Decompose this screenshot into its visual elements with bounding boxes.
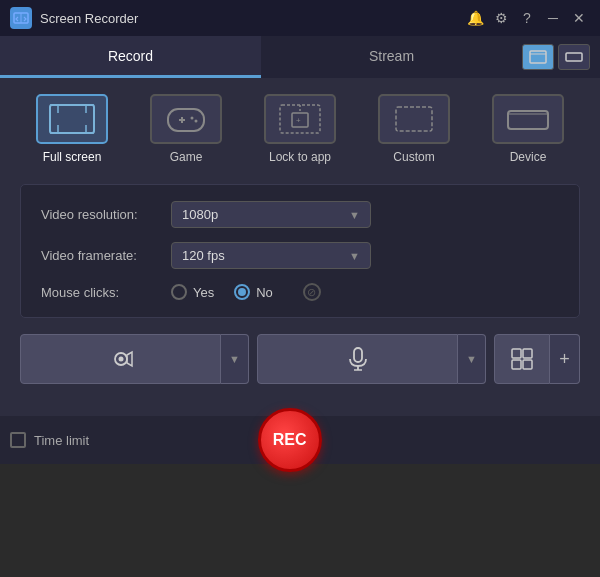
resolution-row: Video resolution: 1080p ▼ (41, 201, 559, 228)
mouseclicks-no[interactable]: No (234, 284, 273, 300)
game-icon-box (150, 94, 222, 144)
game-label: Game (170, 150, 203, 164)
app-title: Screen Recorder (40, 11, 456, 26)
rec-button[interactable]: REC (258, 408, 322, 472)
tab-record[interactable]: Record (0, 36, 261, 78)
locktoapp-icon-box: + (264, 94, 336, 144)
minimize-button[interactable]: ─ (542, 7, 564, 29)
svg-point-10 (195, 120, 198, 123)
svg-rect-2 (530, 51, 546, 63)
effects-button[interactable] (494, 334, 550, 384)
mode-game[interactable]: Game (150, 94, 222, 164)
main-content: Full screen Game + (0, 78, 600, 416)
framerate-label: Video framerate: (41, 248, 171, 263)
svg-rect-23 (512, 349, 521, 358)
mouseclicks-label: Mouse clicks: (41, 285, 171, 300)
microphone-control: ▼ (257, 334, 486, 384)
custom-icon-box (378, 94, 450, 144)
effects-control: + (494, 334, 580, 384)
app-icon (10, 7, 32, 29)
custom-label: Custom (393, 150, 434, 164)
svg-rect-6 (168, 109, 204, 131)
dropdown-arrow-framerate: ▼ (349, 250, 360, 262)
svg-rect-4 (566, 53, 582, 61)
microphone-dropdown-arrow[interactable]: ▼ (458, 334, 486, 384)
mode-device[interactable]: Device (492, 94, 564, 164)
close-button[interactable]: ✕ (568, 7, 590, 29)
mouseclicks-radio-group: Yes No ⊘ (171, 283, 559, 301)
mode-selector: Full screen Game + (20, 94, 580, 164)
settings-icon[interactable]: ⚙ (490, 7, 512, 29)
framerate-value: 120 fps (182, 248, 225, 263)
view-button-windowed[interactable] (522, 44, 554, 70)
fullscreen-icon-box (36, 94, 108, 144)
svg-rect-5 (50, 105, 94, 133)
resolution-label: Video resolution: (41, 207, 171, 222)
svg-rect-25 (512, 360, 521, 369)
mouseclicks-yes[interactable]: Yes (171, 284, 214, 300)
microphone-button[interactable] (257, 334, 458, 384)
tab-stream[interactable]: Stream (261, 36, 522, 78)
tab-bar: Record Stream (0, 36, 600, 78)
time-limit-checkbox[interactable] (10, 432, 26, 448)
framerate-row: Video framerate: 120 fps ▼ (41, 242, 559, 269)
dropdown-arrow-resolution: ▼ (349, 209, 360, 221)
device-icon-box (492, 94, 564, 144)
time-limit-control: Time limit (10, 432, 89, 448)
radio-no-circle (234, 284, 250, 300)
view-button-compact[interactable] (558, 44, 590, 70)
radio-yes-circle (171, 284, 187, 300)
title-bar: Screen Recorder 🔔 ⚙ ? ─ ✕ (0, 0, 600, 36)
disabled-indicator: ⊘ (303, 283, 321, 301)
mouseclicks-control: Yes No ⊘ (171, 283, 559, 301)
svg-rect-24 (523, 349, 532, 358)
radio-no-label: No (256, 285, 273, 300)
rec-label: REC (273, 431, 307, 449)
svg-rect-15 (396, 107, 432, 131)
bottom-controls: ▼ ▼ + (20, 334, 580, 384)
device-label: Device (510, 150, 547, 164)
locktoapp-label: Lock to app (269, 150, 331, 164)
mode-fullscreen[interactable]: Full screen (36, 94, 108, 164)
settings-panel: Video resolution: 1080p ▼ Video framerat… (20, 184, 580, 318)
help-icon[interactable]: ? (516, 7, 538, 29)
webcam-dropdown-arrow[interactable]: ▼ (221, 334, 249, 384)
svg-rect-20 (354, 348, 362, 362)
svg-point-9 (191, 117, 194, 120)
svg-text:+: + (296, 116, 301, 125)
framerate-dropdown[interactable]: 120 fps ▼ (171, 242, 371, 269)
radio-no-dot (238, 288, 246, 296)
svg-rect-26 (523, 360, 532, 369)
fullscreen-label: Full screen (43, 150, 102, 164)
resolution-control: 1080p ▼ (171, 201, 559, 228)
effects-add-button[interactable]: + (550, 334, 580, 384)
mode-locktoapp[interactable]: + Lock to app (264, 94, 336, 164)
window-controls: 🔔 ⚙ ? ─ ✕ (464, 7, 590, 29)
view-toggles (522, 36, 600, 78)
svg-point-19 (118, 357, 123, 362)
webcam-button[interactable] (20, 334, 221, 384)
notification-icon[interactable]: 🔔 (464, 7, 486, 29)
framerate-control: 120 fps ▼ (171, 242, 559, 269)
resolution-dropdown[interactable]: 1080p ▼ (171, 201, 371, 228)
mouseclicks-row: Mouse clicks: Yes No ⊘ (41, 283, 559, 301)
webcam-control: ▼ (20, 334, 249, 384)
mode-custom[interactable]: Custom (378, 94, 450, 164)
radio-yes-label: Yes (193, 285, 214, 300)
resolution-value: 1080p (182, 207, 218, 222)
time-limit-label: Time limit (34, 433, 89, 448)
footer: Time limit REC (0, 416, 600, 464)
